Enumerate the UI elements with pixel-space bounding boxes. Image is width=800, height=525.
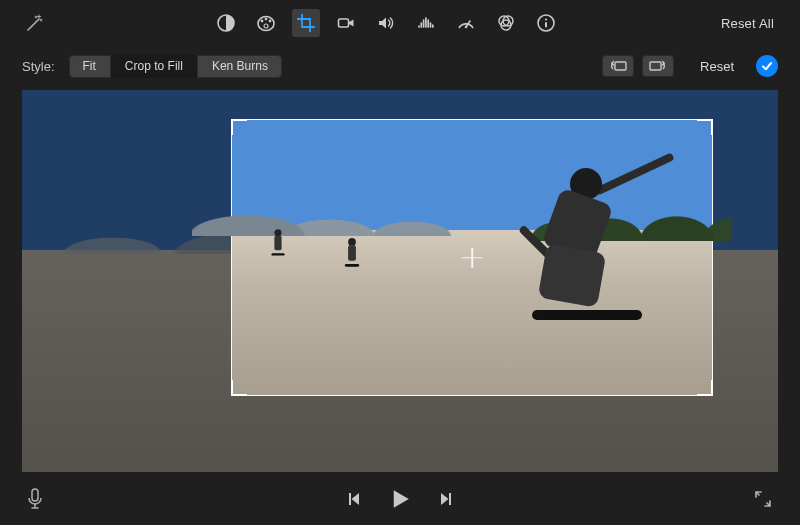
color-balance-tool[interactable] xyxy=(212,9,240,37)
svg-rect-6 xyxy=(339,19,349,27)
volume-tool[interactable] xyxy=(372,9,400,37)
crop-tool[interactable] xyxy=(292,9,320,37)
equalizer-icon xyxy=(416,13,436,33)
microphone-icon xyxy=(26,488,44,510)
rotate-ccw-button[interactable] xyxy=(602,55,634,77)
playback-bar xyxy=(0,473,800,525)
svg-point-12 xyxy=(545,18,547,20)
noise-eq-tool[interactable] xyxy=(412,9,440,37)
magic-wand-icon xyxy=(25,13,45,33)
transport-controls xyxy=(343,488,457,510)
play-button[interactable] xyxy=(389,488,411,510)
svg-point-5 xyxy=(264,24,268,28)
rotate-buttons xyxy=(602,55,674,77)
info-icon xyxy=(536,13,556,33)
crop-handle-bottom-left[interactable] xyxy=(231,380,247,396)
crop-handle-bottom-right[interactable] xyxy=(697,380,713,396)
style-fit[interactable]: Fit xyxy=(69,55,111,78)
rotate-cw-icon xyxy=(648,59,668,73)
voiceover-button[interactable] xyxy=(26,488,44,510)
check-icon xyxy=(761,60,773,72)
video-camera-icon xyxy=(336,13,356,33)
svg-rect-14 xyxy=(615,62,626,70)
svg-rect-13 xyxy=(545,22,547,28)
svg-point-2 xyxy=(261,20,264,23)
previous-button[interactable] xyxy=(343,488,365,510)
play-icon xyxy=(389,488,412,511)
color-filter-tool[interactable] xyxy=(492,9,520,37)
speed-tool[interactable] xyxy=(452,9,480,37)
fullscreen-button[interactable] xyxy=(752,488,774,510)
expand-icon xyxy=(754,490,772,508)
apply-crop-button[interactable] xyxy=(756,55,778,77)
svg-point-3 xyxy=(265,18,268,21)
crop-options-bar: Style: Fit Crop to Fill Ken Burns Reset xyxy=(0,46,800,86)
reset-all-button[interactable]: Reset All xyxy=(717,14,778,33)
crop-center-crosshair xyxy=(462,248,482,268)
half-circle-icon xyxy=(216,13,236,33)
palette-icon xyxy=(256,13,276,33)
preview-viewer[interactable] xyxy=(22,90,778,472)
speaker-icon xyxy=(376,13,396,33)
reset-crop-button[interactable]: Reset xyxy=(700,59,734,74)
crop-icon xyxy=(296,13,316,33)
venn-icon xyxy=(496,13,516,33)
top-toolbar: Reset All xyxy=(0,0,800,46)
svg-rect-15 xyxy=(650,62,661,70)
style-ken-burns[interactable]: Ken Burns xyxy=(198,55,282,78)
next-button[interactable] xyxy=(435,488,457,510)
stabilization-tool[interactable] xyxy=(332,9,360,37)
skip-back-icon xyxy=(346,491,362,507)
gauge-icon xyxy=(456,13,476,33)
crop-handle-top-left[interactable] xyxy=(231,119,247,135)
clip-info-tool[interactable] xyxy=(532,9,560,37)
rotate-ccw-icon xyxy=(608,59,628,73)
skip-forward-icon xyxy=(438,491,454,507)
rotate-cw-button[interactable] xyxy=(642,55,674,77)
svg-point-4 xyxy=(269,20,272,23)
color-correction-tool[interactable] xyxy=(252,9,280,37)
auto-enhance-button[interactable] xyxy=(22,10,48,36)
svg-point-7 xyxy=(465,26,468,29)
style-crop-to-fill[interactable]: Crop to Fill xyxy=(111,55,198,78)
adjustment-tools xyxy=(212,9,560,37)
style-label: Style: xyxy=(22,59,55,74)
svg-rect-16 xyxy=(32,489,38,501)
style-segmented-control: Fit Crop to Fill Ken Burns xyxy=(69,55,282,78)
crop-handle-top-right[interactable] xyxy=(697,119,713,135)
crop-rectangle[interactable] xyxy=(232,120,712,395)
